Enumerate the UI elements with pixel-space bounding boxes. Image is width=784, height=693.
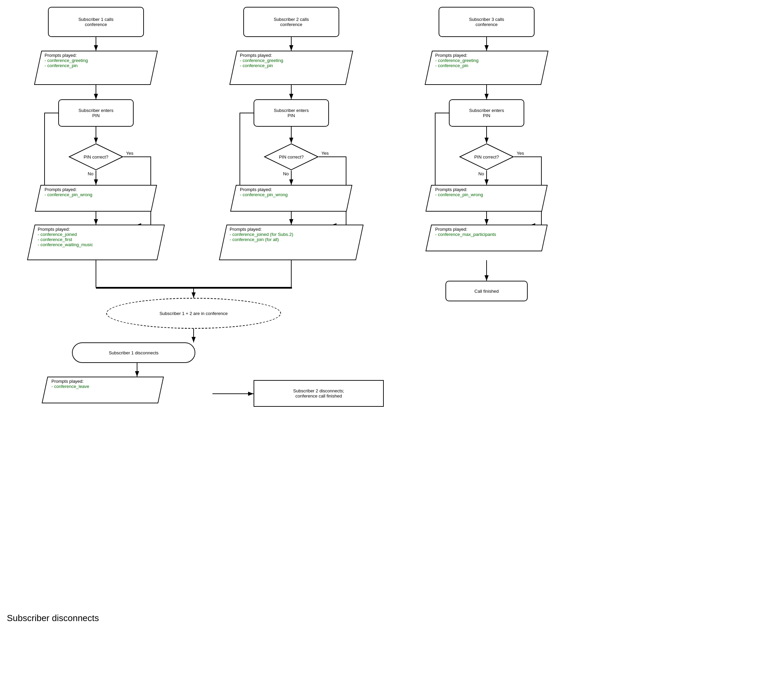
s3-prompts1-line2: - conference_pin [435,63,468,68]
s2-joined-label: Prompts played: [230,227,262,232]
s2-disconnects-label: Subscriber 2 disconnects; conference cal… [293,388,344,399]
s3-pin-wrong-label: Prompts played: [435,187,468,192]
s2-pin-wrong-label: Prompts played: [240,187,272,192]
s1-pin-correct-label: PIN correct? [84,154,108,159]
s1-leave-label: Prompts played: [51,379,84,384]
s3-joined-shape: Prompts played: - conference_max_partici… [428,225,545,251]
s1-pin-wrong-line1: - conference_pin_wrong [44,192,92,197]
s1-joined-line2: - conference_first [38,237,72,242]
s3-pin-diamond: PIN correct? [459,143,514,171]
flowchart-diagram: Subscriber 1 calls conference Subscriber… [0,0,784,693]
s1-prompts1-label: Prompts played: [44,53,77,58]
s2-prompts1-line2: - conference_pin [240,63,273,68]
subscriber-disconnects-label: Subscriber disconnects [7,613,99,624]
s1-disconnects-label: Subscriber 1 disconnects [109,350,158,355]
s2-joined-line2: - conference_join (for all) [230,237,279,242]
s1-joined-shape: Prompts played: - conference_joined - co… [31,225,161,260]
s3-prompts1-line1: - conference_greeting [435,58,478,63]
s2-pin-diamond: PIN correct? [264,143,319,171]
s3-yes-label: Yes [517,151,524,156]
s3-enter-pin-box: Subscriber enters PIN [449,99,524,127]
s2-joined-shape: Prompts played: - conference_joined (for… [223,225,360,260]
s2-prompts1-shape: Prompts played: - conference_greeting - … [233,51,349,85]
s2-pin-wrong-shape: Prompts played: - conference_pin_wrong [233,185,349,212]
s1-joined-line1: - conference_joined [38,232,77,237]
s3-pin-wrong-line1: - conference_pin_wrong [435,192,483,197]
s2-pin-correct-label: PIN correct? [279,154,304,159]
s3-pin-wrong-shape: Prompts played: - conference_pin_wrong [428,185,545,212]
s1-calls-label: Subscriber 1 calls conference [79,17,114,27]
s1-leave-shape: Prompts played: - conference_leave [44,377,161,403]
s2-prompts1-line1: - conference_greeting [240,58,283,63]
s3-enter-pin-label: Subscriber enters PIN [469,108,504,118]
s2-pin-wrong-line1: - conference_pin_wrong [240,192,288,197]
s1-disconnects-box: Subscriber 1 disconnects [72,342,195,363]
s1-joined-label: Prompts played: [38,227,70,232]
s3-prompts1-label: Prompts played: [435,53,468,58]
s1-no-label: No [88,171,94,176]
s2-calls-box: Subscriber 2 calls conference [243,7,339,37]
s1-prompts1-shape: Prompts played: - conference_greeting - … [38,51,154,85]
call-finished-label: Call finished [474,289,499,294]
in-conference-label: Subscriber 1 + 2 are in conference [159,311,227,316]
s2-no-label: No [283,171,289,176]
s3-joined-line1: - conference_max_participants [435,232,496,237]
s1-enter-pin-label: Subscriber enters PIN [79,108,114,118]
s2-yes-label: Yes [321,151,329,156]
in-conference-ellipse: Subscriber 1 + 2 are in conference [106,298,281,329]
s3-prompts1-shape: Prompts played: - conference_greeting - … [428,51,545,85]
s1-pin-wrong-label: Prompts played: [44,187,77,192]
s2-enter-pin-label: Subscriber enters PIN [274,108,309,118]
s1-prompts1-line2: - conference_pin [44,63,78,68]
s1-joined-line3: - conference_waiting_music [38,242,93,247]
s2-enter-pin-box: Subscriber enters PIN [254,99,329,127]
s1-enter-pin-box: Subscriber enters PIN [58,99,133,127]
s2-joined-line1: - conference_joined (for Subs.2) [230,232,293,237]
s1-calls-box: Subscriber 1 calls conference [48,7,144,37]
call-finished-box: Call finished [445,281,528,301]
s3-pin-correct-label: PIN correct? [474,154,499,159]
s3-calls-box: Subscriber 3 calls conference [438,7,535,37]
s1-leave-line1: - conference_leave [51,384,89,389]
s3-joined-label: Prompts played: [435,227,468,232]
s2-disconnects-box: Subscriber 2 disconnects; conference cal… [254,380,384,407]
s2-prompts1-label: Prompts played: [240,53,272,58]
s3-calls-label: Subscriber 3 calls conference [469,17,504,27]
s1-yes-label: Yes [126,151,133,156]
s1-prompts1-line1: - conference_greeting [44,58,88,63]
s1-pin-wrong-shape: Prompts played: - conference_pin_wrong [38,185,154,212]
s3-no-label: No [478,171,484,176]
join-bar [96,287,292,289]
s2-calls-label: Subscriber 2 calls conference [274,17,309,27]
s1-pin-diamond: PIN correct? [69,143,124,171]
